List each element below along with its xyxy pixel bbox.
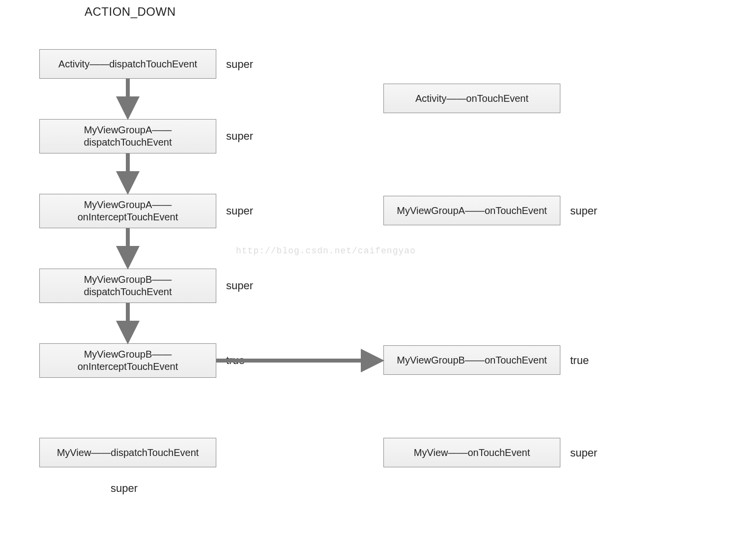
arrows-svg — [0, 0, 756, 547]
